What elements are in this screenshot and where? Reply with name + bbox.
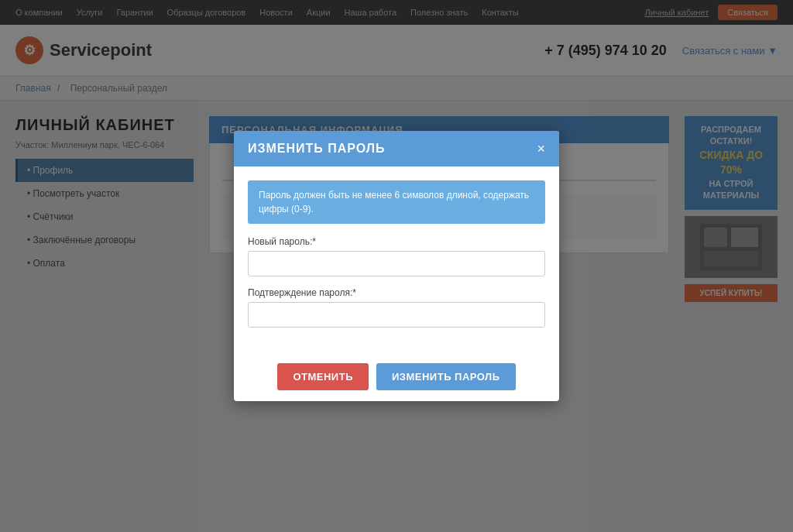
modal-overlay: ИЗМЕНИТЬ ПАРОЛЬ × Пароль должен быть не … <box>0 0 793 317</box>
modal-title: ИЗМЕНИТЬ ПАРОЛЬ <box>248 142 386 156</box>
modal-header: ИЗМЕНИТЬ ПАРОЛЬ × <box>234 131 559 166</box>
modal-dialog: ИЗМЕНИТЬ ПАРОЛЬ × Пароль должен быть не … <box>234 131 559 317</box>
new-password-label: Новый пароль:* <box>248 236 545 247</box>
modal-body: Пароль должен быть не менее 6 символов д… <box>234 166 559 317</box>
modal-info-text: Пароль должен быть не менее 6 символов д… <box>248 180 545 224</box>
confirm-password-input[interactable] <box>248 302 545 317</box>
modal-close-button[interactable]: × <box>537 142 545 156</box>
new-password-input[interactable] <box>248 251 545 276</box>
new-password-group: Новый пароль:* <box>248 236 545 276</box>
confirm-password-label: Подтверждение пароля:* <box>248 287 545 298</box>
confirm-password-group: Подтверждение пароля:* <box>248 287 545 317</box>
